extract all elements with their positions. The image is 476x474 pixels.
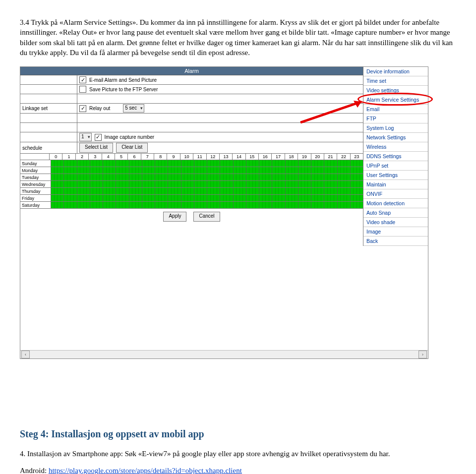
schedule-row[interactable]: Saturday: [20, 202, 363, 208]
label-email-alarm: E-mail Alarm and Send Picture: [89, 77, 157, 83]
sidebar-item[interactable]: Image: [363, 227, 428, 237]
label-ftp: Save Picture to the FTP Server: [89, 87, 158, 92]
sidebar-item[interactable]: Back: [363, 237, 428, 246]
intro-paragraph: 3.4 Trykk på «Alarm Service Settings». D…: [20, 17, 456, 58]
checkbox-relay-out[interactable]: [79, 105, 86, 112]
hour-header: 19: [298, 154, 311, 160]
settings-sidebar: Device informationTime setVideo settings…: [363, 67, 428, 246]
sidebar-item[interactable]: Email: [363, 105, 428, 114]
schedule-grid[interactable]: 01234567891011121314151617181920212223 S…: [20, 154, 363, 209]
schedule-row[interactable]: Thursday: [20, 188, 363, 195]
hour-header: 8: [154, 154, 167, 160]
sidebar-item[interactable]: Device information: [363, 67, 428, 76]
day-label: Tuesday: [20, 174, 51, 180]
android-line: Android: https://play.google.com/store/a…: [20, 466, 456, 474]
apply-button[interactable]: Apply: [163, 212, 186, 222]
sidebar-item[interactable]: Maintain: [363, 180, 428, 189]
checkbox-ftp[interactable]: [79, 86, 86, 93]
hour-header: 18: [285, 154, 298, 160]
horizontal-scrollbar[interactable]: ‹ ›: [20, 350, 428, 358]
sidebar-item[interactable]: Alarm Service Settings: [363, 95, 428, 105]
hour-header: 6: [128, 154, 141, 160]
sidebar-item[interactable]: ONVIF: [363, 189, 428, 199]
hour-header: 1: [62, 154, 75, 160]
sidebar-item[interactable]: Auto Snap: [363, 208, 428, 218]
sidebar-item[interactable]: Video settings: [363, 86, 428, 95]
hour-header: 5: [115, 154, 128, 160]
sidebar-item[interactable]: User Settings: [363, 171, 428, 180]
scroll-right-icon[interactable]: ›: [418, 351, 427, 358]
android-label: Android:: [20, 467, 49, 474]
hour-header: 3: [89, 154, 102, 160]
hour-header: 10: [180, 154, 193, 160]
main-panel: Alarm E-mail Alarm and Send Picture Save…: [20, 67, 363, 246]
label-relay-out: Relay out: [89, 106, 110, 111]
select-relay-seconds[interactable]: 5 sec: [123, 104, 144, 113]
schedule-row[interactable]: Sunday: [20, 160, 363, 167]
cancel-button[interactable]: Cancel: [193, 212, 220, 222]
section-number: 3.4: [20, 18, 29, 26]
panel-title: Alarm: [20, 67, 363, 75]
day-label: Wednesday: [20, 181, 51, 187]
checkbox-image-capture[interactable]: [95, 134, 102, 141]
alarm-settings-screenshot: Alarm E-mail Alarm and Send Picture Save…: [20, 66, 428, 359]
android-link[interactable]: https://play.google.com/store/apps/detai…: [49, 467, 242, 474]
linkage-set-label: Linkage set: [20, 104, 77, 113]
install-paragraph: 4. Installasjon av Smartphone app: Søk «…: [20, 449, 456, 459]
day-label: Saturday: [20, 202, 51, 208]
hour-header: 0: [50, 154, 62, 160]
hour-header: 9: [167, 154, 180, 160]
day-label: Sunday: [20, 160, 51, 167]
hour-header: 4: [102, 154, 115, 160]
checkbox-email-alarm[interactable]: [79, 76, 86, 83]
hour-header: 20: [311, 154, 324, 160]
hour-header: 2: [76, 154, 89, 160]
sidebar-item[interactable]: Wireless: [363, 142, 428, 152]
sidebar-item[interactable]: Time set: [363, 76, 428, 86]
step4-heading: Steg 4: Installasjon og oppsett av mobil…: [20, 428, 456, 440]
hour-header: 11: [193, 154, 206, 160]
select-list-button[interactable]: Select List: [79, 143, 113, 153]
sidebar-item[interactable]: FTP: [363, 114, 428, 123]
clear-list-button[interactable]: Clear List: [116, 143, 148, 153]
sidebar-item[interactable]: Motion detection: [363, 199, 428, 208]
scroll-left-icon[interactable]: ‹: [21, 351, 30, 358]
sidebar-item[interactable]: System Log: [363, 123, 428, 133]
hour-header: 14: [233, 154, 245, 160]
sidebar-item[interactable]: Video shade: [363, 218, 428, 227]
day-label: Friday: [20, 195, 51, 201]
intro-text: Trykk på «Alarm Service Settings». Du ko…: [20, 18, 453, 57]
hour-header: 17: [272, 154, 285, 160]
day-label: Thursday: [20, 188, 51, 194]
hour-header: 7: [141, 154, 154, 160]
label-image-capture: Image capture number: [105, 134, 155, 140]
schedule-label: schedule: [20, 142, 77, 153]
schedule-row[interactable]: Friday: [20, 195, 363, 202]
hour-header: 22: [337, 154, 350, 160]
hour-header: 21: [324, 154, 337, 160]
hour-header: 16: [259, 154, 272, 160]
sidebar-item[interactable]: UPnP set: [363, 161, 428, 171]
select-image-capture-number[interactable]: 1: [79, 133, 92, 141]
hour-header: 13: [220, 154, 233, 160]
schedule-row[interactable]: Wednesday: [20, 181, 363, 188]
schedule-row[interactable]: Monday: [20, 167, 363, 174]
day-label: Monday: [20, 167, 51, 174]
sidebar-item[interactable]: DDNS Settings: [363, 152, 428, 161]
sidebar-item[interactable]: Network Settings: [363, 133, 428, 142]
schedule-row[interactable]: Tuesday: [20, 174, 363, 181]
hour-header: 12: [207, 154, 220, 160]
hour-header: 23: [351, 154, 363, 160]
hour-header: 15: [246, 154, 259, 160]
